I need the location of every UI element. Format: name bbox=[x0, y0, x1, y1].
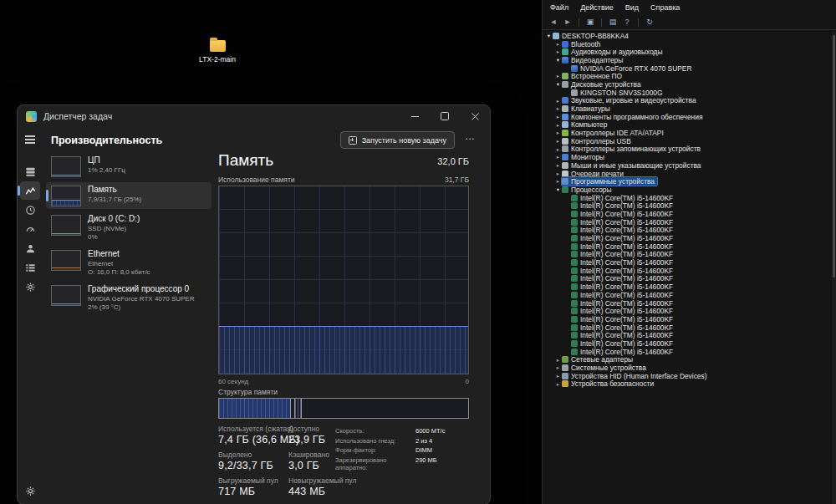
expand-chevron-icon[interactable]: ▸ bbox=[554, 137, 562, 145]
tree-node-category[interactable]: ▸Аудиовходы и аудиовыходы bbox=[543, 48, 830, 56]
more-options-button[interactable]: … bbox=[465, 130, 475, 142]
dm-menu-item-3[interactable]: Справка bbox=[645, 3, 686, 12]
expand-chevron-icon[interactable]: ▸ bbox=[554, 170, 562, 178]
expand-chevron-icon[interactable]: ▸ bbox=[554, 97, 562, 105]
task-manager-titlebar[interactable]: Диспетчер задач bbox=[18, 105, 490, 127]
perf-sidebar-item-gpu[interactable]: Графический процессор 0NVIDIA GeForce RT… bbox=[46, 282, 212, 314]
tree-node-device[interactable]: Intel(R) Core(TM) i5-14600KF bbox=[543, 299, 830, 308]
tree-node-category[interactable]: ▸Мониторы bbox=[543, 153, 830, 161]
tree-node-category[interactable]: ▸Bluetooth bbox=[543, 40, 830, 48]
tree-node-device[interactable]: Intel(R) Core(TM) i5-14600KF bbox=[543, 348, 830, 356]
help-icon[interactable]: ? bbox=[622, 17, 632, 28]
tree-node-category[interactable]: ▸Встроенное ПО bbox=[543, 72, 830, 80]
tree-node-category[interactable]: ▸Сетевые адаптеры bbox=[543, 356, 830, 364]
expand-chevron-icon[interactable]: ▸ bbox=[554, 161, 562, 170]
tree-node-device[interactable]: Intel(R) Core(TM) i5-14600KF bbox=[543, 267, 830, 275]
forward-icon[interactable]: ► bbox=[563, 17, 573, 28]
tree-node-device[interactable]: Intel(R) Core(TM) i5-14600KF bbox=[543, 283, 830, 291]
expand-chevron-icon[interactable]: ▸ bbox=[554, 113, 562, 121]
tree-node-category[interactable]: ▸Контроллеры запоминающих устройств bbox=[543, 145, 830, 154]
tree-node-device[interactable]: Intel(R) Core(TM) i5-14600KF bbox=[543, 227, 830, 235]
tree-node-device[interactable]: Intel(R) Core(TM) i5-14600KF bbox=[543, 201, 830, 210]
scrollbar-thumb[interactable] bbox=[833, 35, 835, 277]
collapse-chevron-icon[interactable]: ▾ bbox=[554, 80, 562, 89]
nav-services-icon[interactable] bbox=[20, 277, 40, 296]
nav-performance-icon[interactable] bbox=[20, 181, 40, 200]
minimize-button[interactable] bbox=[400, 105, 430, 127]
tree-node-device[interactable]: Intel(R) Core(TM) i5-14600KF bbox=[543, 275, 830, 283]
console-window-icon[interactable]: ▣ bbox=[585, 17, 595, 28]
hamburger-menu-icon[interactable] bbox=[20, 130, 40, 149]
tree-node-device[interactable]: NVIDIA GeForce RTX 4070 SUPER bbox=[543, 64, 830, 73]
nav-app-history-icon[interactable] bbox=[20, 201, 40, 219]
tree-node-device[interactable]: Intel(R) Core(TM) i5-14600KF bbox=[543, 242, 830, 251]
nav-details-icon[interactable] bbox=[20, 258, 40, 277]
storage-device-icon bbox=[562, 145, 568, 152]
run-new-task-button[interactable]: Запустить новую задачу bbox=[340, 131, 455, 149]
collapse-chevron-icon[interactable]: ▾ bbox=[545, 32, 553, 40]
expand-chevron-icon[interactable]: ▸ bbox=[554, 153, 562, 161]
expand-chevron-icon[interactable]: ▸ bbox=[554, 121, 562, 130]
collapse-chevron-icon[interactable]: ▾ bbox=[554, 186, 562, 194]
perf-sidebar-item-disk[interactable]: Диск 0 (C: D:)SSD (NVMe)0% bbox=[46, 211, 212, 244]
tree-node-category[interactable]: ▸Контроллеры USB bbox=[543, 137, 830, 145]
tree-node-category[interactable]: ▸Системные устройства bbox=[543, 364, 830, 372]
properties-icon[interactable]: ▤ bbox=[608, 17, 618, 28]
tree-node-category[interactable]: ▸Компьютер bbox=[543, 121, 830, 130]
tree-node-category[interactable]: ▸Устройства HID (Human Interface Devices… bbox=[543, 372, 830, 380]
scan-hardware-icon[interactable]: ↻ bbox=[645, 17, 655, 28]
close-button[interactable] bbox=[460, 105, 490, 127]
tree-node-device[interactable]: Intel(R) Core(TM) i5-14600KF bbox=[543, 291, 830, 299]
expand-chevron-icon[interactable]: ▸ bbox=[554, 364, 562, 372]
perf-sidebar-item-ethernet[interactable]: EthernetEthernetО: 16,0 П: 8,0 кбит/с bbox=[46, 247, 212, 279]
tree-node-category[interactable]: ▾DESKTOP-BB8KKA4 bbox=[543, 32, 830, 40]
nav-users-icon[interactable] bbox=[20, 239, 40, 257]
settings-gear-icon[interactable] bbox=[25, 486, 36, 496]
nav-processes-icon[interactable] bbox=[20, 162, 40, 181]
perf-sidebar-item-memory[interactable]: Память7,9/31,7 ГБ (25%) bbox=[46, 182, 212, 209]
tree-node-category[interactable]: ▾Дисковые устройства bbox=[543, 80, 830, 89]
tree-node-device[interactable]: Intel(R) Core(TM) i5-14600KF bbox=[543, 315, 830, 323]
tree-node-category[interactable]: ▸Устройства безопасности bbox=[543, 380, 830, 389]
expand-chevron-icon[interactable]: ▸ bbox=[554, 380, 562, 389]
expand-chevron-icon[interactable]: ▸ bbox=[554, 129, 562, 137]
maximize-button[interactable] bbox=[430, 105, 460, 127]
collapse-chevron-icon[interactable]: ▾ bbox=[554, 56, 562, 64]
tree-node-device[interactable]: Intel(R) Core(TM) i5-14600KF bbox=[543, 331, 830, 339]
tree-node-category[interactable]: ▸Клавиатуры bbox=[543, 104, 830, 113]
tree-node-category[interactable]: ▸Контроллеры IDE ATA/ATAPI bbox=[543, 129, 830, 137]
expand-chevron-icon[interactable]: ▸ bbox=[554, 40, 562, 48]
tree-node-device[interactable]: Intel(R) Core(TM) i5-14600KF bbox=[543, 339, 830, 348]
tree-node-device[interactable]: Intel(R) Core(TM) i5-14600KF bbox=[543, 323, 830, 332]
expand-chevron-icon[interactable]: ▸ bbox=[554, 104, 562, 113]
tree-node-device[interactable]: Intel(R) Core(TM) i5-14600KF bbox=[543, 194, 830, 202]
tree-node-device[interactable]: Intel(R) Core(TM) i5-14600KF bbox=[543, 210, 830, 218]
expand-chevron-icon[interactable]: ▸ bbox=[554, 72, 562, 80]
tree-node-device[interactable]: Intel(R) Core(TM) i5-14600KF bbox=[543, 258, 830, 267]
expand-chevron-icon[interactable]: ▸ bbox=[554, 356, 562, 364]
expand-chevron-icon[interactable]: ▸ bbox=[554, 145, 562, 154]
tree-node-category[interactable]: ▸Очереди печати bbox=[543, 170, 830, 178]
tree-node-device[interactable]: Intel(R) Core(TM) i5-14600KF bbox=[543, 234, 830, 242]
expand-chevron-icon[interactable]: ▸ bbox=[554, 177, 562, 186]
tree-node-device[interactable]: Intel(R) Core(TM) i5-14600KF bbox=[543, 218, 830, 227]
expand-chevron-icon[interactable]: ▸ bbox=[554, 48, 562, 56]
tree-node-category[interactable]: ▸Мыши и иные указывающие устройства bbox=[543, 161, 830, 170]
tree-node-category[interactable]: ▸Программные устройства bbox=[543, 177, 830, 186]
desktop-icon-ltx-2-main[interactable]: LTX-2-main bbox=[191, 40, 244, 64]
tree-node-category[interactable]: ▾Видеоадаптеры bbox=[543, 56, 830, 64]
tree-node-device[interactable]: Intel(R) Core(TM) i5-14600KF bbox=[543, 307, 830, 315]
device-tree-scrollbar[interactable] bbox=[832, 32, 836, 504]
tree-node-category[interactable]: ▾Процессоры bbox=[543, 186, 830, 194]
tree-node-device[interactable]: KINGSTON SNV3S1000G bbox=[543, 89, 830, 97]
perf-sidebar-item-cpu[interactable]: ЦП1% 2,40 ГГц bbox=[46, 153, 212, 180]
tree-node-category[interactable]: ▸Звуковые, игровые и видеоустройства bbox=[543, 97, 830, 105]
back-icon[interactable]: ◄ bbox=[548, 17, 558, 28]
nav-startup-apps-icon[interactable] bbox=[20, 220, 40, 238]
tree-node-category[interactable]: ▸Компоненты программного обеспечения bbox=[543, 113, 830, 121]
dm-menu-item-1[interactable]: Действие bbox=[574, 3, 619, 12]
expand-chevron-icon[interactable]: ▸ bbox=[554, 372, 562, 380]
tree-node-device[interactable]: Intel(R) Core(TM) i5-14600KF bbox=[543, 251, 830, 259]
dm-menu-item-0[interactable]: Файл bbox=[544, 3, 574, 12]
dm-menu-item-2[interactable]: Вид bbox=[619, 3, 645, 12]
